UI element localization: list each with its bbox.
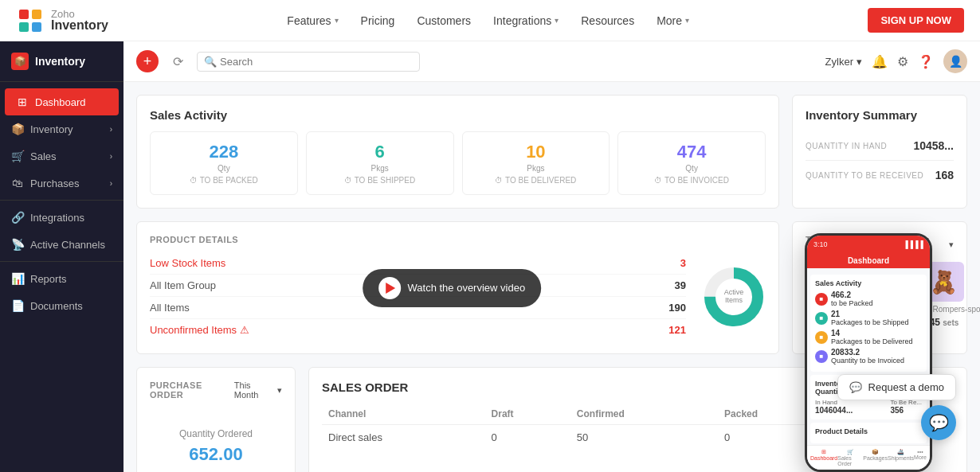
phone-nav-more[interactable]: ••• More [914,449,927,466]
phone-stat-invoiced: ■ 20833.2 Quantity to be Invoiced [815,348,922,365]
search-input[interactable] [220,56,413,68]
phone-invoiced-val: 20833.2 [831,348,904,357]
so-col-channel: Channel [322,404,485,425]
sidebar-item-purchases[interactable]: 🛍 Purchases › [0,170,123,197]
pd-row-unconfirmed: Unconfirmed Items ⚠ 121 [150,319,686,341]
search-bar[interactable]: 🔍 [197,52,420,72]
integrations-chevron-icon: ▾ [555,16,559,25]
help-icon[interactable]: ❓ [918,54,934,69]
notifications-icon[interactable]: 🔔 [872,54,888,69]
dashboard-row-1: Sales Activity 228 Qty ⏱ TO BE PACKED 6 … [136,95,967,209]
sidebar-label-integrations: Integrations [30,212,84,224]
sidebar-label-reports: Reports [30,273,67,285]
sidebar-brand: 📦 Inventory [0,41,123,82]
so-col-draft: Draft [485,404,570,425]
phone-nav-sales[interactable]: 🛒 Sales Order [837,449,863,466]
phone-delivered-text: Packages to be Delivered [831,337,913,345]
inv-row-receive: QUANTITY TO BE RECEIVED 168 [806,161,954,189]
inventory-summary-title: Inventory Summary [806,108,954,122]
phone-nav-more-icon: ••• [917,449,923,454]
logo-product: Inventory [51,18,108,33]
po-header: PURCHASE ORDER This Month ▾ [150,380,282,400]
sidebar-nav: ⊞ Dashboard 📦 Inventory › 🛒 Sales › 🛍 Pu… [0,82,123,472]
phone-inv-receive: To Be Re... 356 [890,399,922,415]
so-cell-channel: Direct sales [322,425,485,451]
sidebar-item-dashboard[interactable]: ⊞ Dashboard [5,88,119,115]
dashboard-icon: ⊞ [16,96,29,108]
phone-nav-dashboard-icon: ⊞ [821,449,826,455]
phone-nav-dashboard[interactable]: ⊞ Dashboard [810,449,837,466]
allitems-label: All Items [150,302,190,314]
play-button[interactable] [379,277,402,299]
logo[interactable]: Zoho Inventory [16,6,108,35]
nav-features[interactable]: Features ▾ [277,10,347,32]
inv-hand-key: QUANTITY IN HAND [806,142,887,150]
purchase-order-widget: PURCHASE ORDER This Month ▾ Quantity Ord… [136,367,296,472]
phone-sales-title: Sales Activity [815,279,922,287]
sidebar-item-active-channels[interactable]: 📡 Active Channels [0,231,123,258]
phone-delivered-dot: ■ [815,331,828,344]
active-channels-icon: 📡 [11,238,24,251]
settings-icon[interactable]: ⚙ [897,54,908,69]
product-details-title: PRODUCT DETAILS [150,235,766,244]
delivered-sub: ⏱ TO BE DELIVERED [472,176,600,185]
sidebar-item-inventory[interactable]: 📦 Inventory › [0,115,123,142]
sidebar-item-integrations[interactable]: 🔗 Integrations [0,204,123,231]
phone-nav-more-label: More [914,454,927,460]
nav-resources[interactable]: Resources [571,10,644,32]
nav-customers[interactable]: Customers [407,10,480,32]
packed-label: Qty [160,164,288,173]
inv-receive-val: 168 [935,169,954,181]
phone-nav-packages-icon: 📦 [872,449,879,455]
phone-packed-text: to be Packed [831,299,873,307]
phone-invoiced-dot: ■ [815,350,828,363]
product-details-widget: PRODUCT DETAILS Low Stock Items 3 All It… [136,221,779,354]
sidebar-item-reports[interactable]: 📊 Reports [0,265,123,292]
phone-nav-shipments[interactable]: 🚢 Shipments [888,449,914,466]
chat-fab-button[interactable]: 💬 [921,405,956,440]
phone-product-title: Product Details [815,427,922,435]
more-chevron-icon: ▾ [685,16,689,25]
video-overlay[interactable]: Watch the overview video [363,269,542,307]
po-filter[interactable]: This Month ▾ [234,380,282,400]
avatar[interactable]: 👤 [943,49,967,73]
shipped-value: 6 [316,142,444,162]
nav-links: Features ▾ Pricing Customers Integration… [277,10,699,32]
sidebar-item-documents[interactable]: 📄 Documents [0,292,123,319]
sales-chevron-icon: › [110,152,112,161]
phone-inv-hand: In Hand 1046044... [815,399,853,415]
purchases-chevron-icon: › [110,179,112,188]
sidebar-brand-text: Inventory [35,55,85,68]
add-button[interactable]: + [136,50,159,72]
phone-shipped-dot: ■ [815,312,828,325]
sidebar-brand-icon: 📦 [11,53,29,70]
purchases-icon: 🛍 [11,177,24,189]
nav-more[interactable]: More ▾ [647,10,699,32]
phone-battery: ▐▐▐▐ [903,240,923,248]
phone-packed-dot: ■ [815,293,828,306]
donut-chart: Active Items [702,265,766,329]
username-button[interactable]: Zylker ▾ [825,56,862,68]
sidebar-item-sales[interactable]: 🛒 Sales › [0,142,123,170]
invoiced-label: Qty [628,164,755,173]
history-button[interactable]: ⟳ [167,50,189,72]
phone-shipped-val: 21 [831,310,909,318]
nav-pricing[interactable]: Pricing [351,10,405,32]
inventory-chevron-icon: › [110,125,112,134]
donut-label: Active Items [724,288,744,306]
svg-rect-7 [19,22,29,32]
sales-icon: 🛒 [11,150,24,162]
phone-nav-shipments-label: Shipments [888,455,914,461]
invoiced-value: 474 [628,142,755,162]
documents-icon: 📄 [11,299,24,312]
nav-integrations[interactable]: Integrations ▾ [484,10,568,32]
signup-button[interactable]: SIGN UP NOW [868,8,964,33]
chat-icon: 💬 [929,413,949,432]
request-demo-button[interactable]: 💬 Request a demo [837,374,956,400]
inventory-icon: 📦 [11,123,24,135]
phone-nav-packages[interactable]: 📦 Packages [863,449,888,466]
inv-receive-key: QUANTITY TO BE RECEIVED [806,171,923,180]
play-icon [386,283,396,294]
po-chevron-icon: ▾ [277,385,282,396]
top-nav: Zoho Inventory Features ▾ Pricing Custom… [0,0,980,41]
